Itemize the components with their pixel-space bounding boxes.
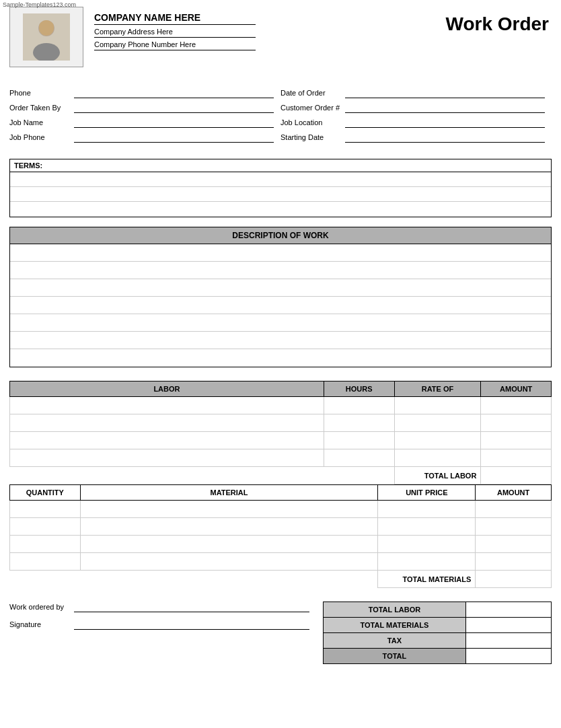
material-row-3[interactable] xyxy=(10,536,552,553)
total-materials-summary-row: TOTAL MATERIALS xyxy=(324,618,552,633)
job-name-label: Job Name xyxy=(9,118,70,126)
labor-desc-3[interactable] xyxy=(10,432,324,449)
total-materials-value[interactable] xyxy=(476,571,552,588)
mat-unit-price-4[interactable] xyxy=(378,553,476,571)
terms-row-1[interactable] xyxy=(10,172,551,187)
mat-qty-1[interactable] xyxy=(10,501,81,518)
total-materials-summary-label: TOTAL MATERIALS xyxy=(324,618,466,633)
mat-qty-2[interactable] xyxy=(10,518,81,536)
mat-amount-4[interactable] xyxy=(476,553,552,571)
labor-hours-2[interactable] xyxy=(324,414,394,432)
grand-total-label: TOTAL xyxy=(324,649,466,664)
labor-amount-4[interactable] xyxy=(481,449,552,467)
phone-field-row: Phone xyxy=(9,87,280,98)
labor-amount-1[interactable] xyxy=(481,397,552,414)
labor-rate-4[interactable] xyxy=(394,449,481,467)
desc-row-7[interactable] xyxy=(10,349,551,367)
tax-value[interactable] xyxy=(465,633,551,649)
terms-row-3[interactable] xyxy=(10,202,551,217)
labor-rate-2[interactable] xyxy=(394,414,481,432)
date-of-order-input[interactable] xyxy=(345,87,545,98)
labor-row-3[interactable] xyxy=(10,432,552,449)
labor-table: LABOR HOURS RATE OF AMOUNT xyxy=(9,381,552,484)
terms-header: TERMS: xyxy=(10,159,551,172)
order-taken-by-input[interactable] xyxy=(74,102,274,113)
labor-hours-4[interactable] xyxy=(324,449,394,467)
mat-amount-2[interactable] xyxy=(476,518,552,536)
customer-order-row: Customer Order # xyxy=(280,102,552,113)
labor-desc-2[interactable] xyxy=(10,414,324,432)
job-phone-label: Job Phone xyxy=(9,133,70,141)
desc-row-6[interactable] xyxy=(10,332,551,349)
desc-row-5[interactable] xyxy=(10,314,551,332)
page-title: Work Order xyxy=(445,7,552,35)
grand-total-value[interactable] xyxy=(465,649,551,664)
labor-rate-3[interactable] xyxy=(394,432,481,449)
mat-amount-1[interactable] xyxy=(476,501,552,518)
material-row-4[interactable] xyxy=(10,553,552,571)
starting-date-input[interactable] xyxy=(345,132,545,143)
desc-row-4[interactable] xyxy=(10,297,551,314)
mat-unit-price-1[interactable] xyxy=(378,501,476,518)
mat-amount-3[interactable] xyxy=(476,536,552,553)
labor-row-2[interactable] xyxy=(10,414,552,432)
company-logo xyxy=(9,7,83,67)
amount-col-header-labor: AMOUNT xyxy=(481,381,552,397)
desc-row-2[interactable] xyxy=(10,262,551,279)
total-labor-summary-row: TOTAL LABOR xyxy=(324,602,552,618)
mat-desc-2[interactable] xyxy=(80,518,378,536)
desc-row-3[interactable] xyxy=(10,279,551,297)
terms-section: TERMS: xyxy=(9,159,552,217)
total-labor-value[interactable] xyxy=(481,467,552,484)
company-info: COMPANY NAME HERE Company Address Here C… xyxy=(94,7,256,53)
phone-label: Phone xyxy=(9,89,70,97)
order-taken-by-row: Order Taken By xyxy=(9,102,280,113)
signature-area: Work ordered by Signature xyxy=(9,602,323,636)
mat-unit-price-3[interactable] xyxy=(378,536,476,553)
job-name-input[interactable] xyxy=(74,117,274,128)
mat-desc-1[interactable] xyxy=(80,501,378,518)
mat-desc-4[interactable] xyxy=(80,553,378,571)
mat-qty-4[interactable] xyxy=(10,553,81,571)
total-labor-row: TOTAL LABOR xyxy=(10,467,552,484)
desc-row-1[interactable] xyxy=(10,244,551,262)
terms-row-2[interactable] xyxy=(10,187,551,202)
work-ordered-by-input[interactable] xyxy=(74,602,309,612)
mat-unit-price-2[interactable] xyxy=(378,518,476,536)
labor-desc-1[interactable] xyxy=(10,397,324,414)
labor-row-1[interactable] xyxy=(10,397,552,414)
signature-row: Signature xyxy=(9,619,309,630)
labor-hours-3[interactable] xyxy=(324,432,394,449)
labor-hours-1[interactable] xyxy=(324,397,394,414)
watermark: Sample-Templates123.com xyxy=(0,0,79,9)
rate-col-header: RATE OF xyxy=(394,381,481,397)
company-phone: Company Phone Number Here xyxy=(94,40,256,50)
starting-date-row: Starting Date xyxy=(280,132,552,143)
labor-amount-3[interactable] xyxy=(481,432,552,449)
mat-qty-3[interactable] xyxy=(10,536,81,553)
material-row-1[interactable] xyxy=(10,501,552,518)
customer-order-label: Customer Order # xyxy=(280,104,341,112)
company-address: Company Address Here xyxy=(94,28,256,38)
labor-desc-4[interactable] xyxy=(10,449,324,467)
total-materials-summary-value[interactable] xyxy=(465,618,551,633)
job-location-input[interactable] xyxy=(345,117,545,128)
grand-total-row: TOTAL xyxy=(324,649,552,664)
labor-amount-2[interactable] xyxy=(481,414,552,432)
material-row-2[interactable] xyxy=(10,518,552,536)
labor-rate-1[interactable] xyxy=(394,397,481,414)
company-name: COMPANY NAME HERE xyxy=(94,12,256,25)
job-phone-row: Job Phone xyxy=(9,132,280,143)
svg-point-4 xyxy=(39,20,54,34)
job-phone-input[interactable] xyxy=(74,132,274,143)
tax-label: TAX xyxy=(324,633,466,649)
form-fields: Phone Order Taken By Job Name Job Phone … xyxy=(9,87,552,147)
quantity-col-header: QUANTITY xyxy=(10,485,81,501)
mat-desc-3[interactable] xyxy=(80,536,378,553)
total-labor-summary-value[interactable] xyxy=(465,602,551,618)
total-labor-label: TOTAL LABOR xyxy=(394,467,481,484)
customer-order-input[interactable] xyxy=(345,102,545,113)
labor-row-4[interactable] xyxy=(10,449,552,467)
phone-input[interactable] xyxy=(74,87,274,98)
signature-input[interactable] xyxy=(74,619,309,630)
